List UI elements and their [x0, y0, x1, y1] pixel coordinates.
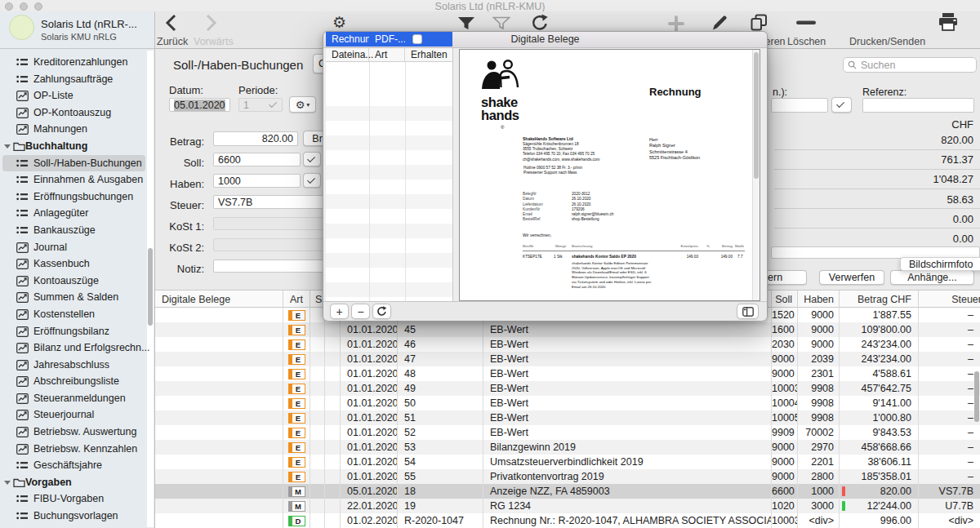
sidebar-item[interactable]: OP-Liste	[2, 87, 145, 104]
sidebar-item[interactable]: Eröffnungsbilanz	[2, 323, 145, 340]
sidebar-item[interactable]: Mahnungen	[2, 121, 145, 138]
cell-belege	[155, 410, 283, 425]
table-row[interactable]: E 01.01.2020 55 Privatkontenvortrag 2019…	[155, 469, 980, 484]
sidebar-item[interactable]: Buchungsvorlagen	[2, 508, 145, 525]
soll-field[interactable]: 6600	[213, 153, 301, 166]
verwerfen-button[interactable]: Verwerfen	[819, 270, 884, 285]
sidebar-item[interactable]: Anlagegüter	[2, 205, 145, 222]
table-row[interactable]: E 01.01.2020 50 EB-Wert 10004 9908 9'141…	[155, 396, 980, 410]
filter-on-icon[interactable]	[457, 16, 475, 30]
table-row[interactable]: E 01.01.2020 53 Bilanzgewinn 2019 9000 2…	[155, 440, 980, 455]
sidebar-item[interactable]: Kreditorenzahlungen	[2, 54, 145, 71]
attachment-row[interactable]: Rechnun... PDF-...	[326, 32, 452, 47]
col-betrag[interactable]: Betrag CHF	[840, 291, 919, 308]
sidebar-item[interactable]: Geschäftsjahre	[2, 457, 145, 474]
anhaenge-button[interactable]: Anhänge...	[890, 270, 974, 285]
delete-minus-icon[interactable]	[796, 20, 816, 25]
sidebar-item[interactable]: FIBU-Vorgaben	[2, 490, 145, 508]
attachment-list-scrollbar[interactable]	[452, 48, 459, 301]
col-digitale-belege[interactable]: Digitale Belege	[155, 291, 283, 308]
sidebar-item[interactable]: Summen & Salden	[2, 289, 145, 306]
sidebar-item[interactable]: Kassenbuch	[2, 255, 145, 273]
print-label[interactable]: Drucken/Senden	[849, 36, 925, 47]
pdf-preview[interactable]: shake hands ® Rechnung ShakeHands Softwa…	[459, 49, 760, 301]
col-art[interactable]: Art	[283, 291, 310, 308]
received-checkbox[interactable]	[412, 34, 422, 44]
edit-pencil-icon[interactable]	[710, 14, 728, 32]
table-row[interactable]: M 05.01.2020 18 Anzeige NZZ, FA 4859003 …	[155, 484, 980, 499]
sidebar-item[interactable]: Journal	[2, 239, 145, 256]
sidebar-item[interactable]: Vorgaben	[2, 474, 145, 491]
bildschirmfoto-menu-item[interactable]: Bildschirmfoto	[900, 257, 980, 271]
col-dateiname[interactable]: Dateina...	[326, 48, 369, 62]
sidebar-item[interactable]: Soll-/Haben-Buchungen	[2, 155, 145, 172]
back-icon[interactable]	[163, 14, 180, 32]
table-row[interactable]: E 01.01.2020 48 EB-Wert 9000 2301 4'588.…	[155, 366, 980, 381]
disclosure-triangle-icon[interactable]	[4, 144, 11, 149]
konto-dropdown-button[interactable]	[831, 97, 852, 113]
haben-field[interactable]: 1000	[213, 174, 301, 188]
toggle-sidebar-button[interactable]	[737, 304, 759, 319]
pdf-scrollbar-thumb[interactable]	[754, 52, 759, 179]
sidebar-item[interactable]: OP-Kontoauszug	[2, 104, 145, 122]
sidebar-item[interactable]: Jahresabschluss	[2, 357, 145, 374]
search-input[interactable]: Suchen	[843, 57, 977, 73]
sidebar-item[interactable]: Eröffnungsbuchungen	[2, 189, 145, 206]
sidebar-item[interactable]: Zahlungsaufträge	[2, 71, 145, 88]
sidebar-item[interactable]: Steuerjournal	[2, 406, 145, 424]
betrag-field[interactable]: 820.00	[213, 131, 298, 146]
settings-gear-icon[interactable]: ⚙	[332, 14, 346, 30]
table-row[interactable]: D 01.02.2020 R-2020-1047 Rechnung Nr.: R…	[155, 513, 980, 528]
sidebar-item[interactable]: Abschreibungsliste	[2, 373, 145, 390]
col-erhalten[interactable]: Erhalten	[405, 48, 452, 62]
table-row[interactable]: M 22.01.2020 19 RG 1234 1020 3000 12'244…	[155, 499, 980, 513]
table-scrollbar-thumb[interactable]	[974, 371, 979, 422]
table-row[interactable]: E 01.01.2020 49 EB-Wert 10003 9908 457'6…	[155, 381, 980, 396]
filter-off-icon[interactable]	[492, 16, 510, 30]
table-row[interactable]: E 01.01.2020 51 EB-Wert 10005 9908 1'000…	[155, 410, 980, 425]
gear-menu-button[interactable]: ⚙▾	[289, 96, 316, 113]
duplicate-icon[interactable]	[751, 14, 768, 31]
col-haben[interactable]: Haben	[798, 291, 840, 308]
refresh-icon[interactable]	[531, 14, 549, 32]
sidebar-item[interactable]: Kontoauszüge	[2, 273, 145, 290]
sidebar-item[interactable]: Betriebsw. Auswertung	[2, 424, 145, 441]
cell-text: RG 1234	[483, 499, 772, 513]
add-attachment-button[interactable]: +	[330, 304, 349, 319]
sidebar-item[interactable]: Bilanz und Erfolgsrechn...	[2, 339, 145, 357]
haben-dropdown-button[interactable]	[303, 173, 321, 188]
reload-attachment-button[interactable]	[372, 304, 391, 319]
sidebar-item[interactable]: Einnahmen & Ausgaben	[2, 171, 145, 189]
table-row[interactable]: E 01.01.2020 52 EB-Wert 9909 70002 9'843…	[155, 425, 980, 440]
forward-icon[interactable]	[203, 14, 219, 32]
back-label[interactable]: Zurück	[157, 36, 188, 47]
sidebar-item-label: Journal	[33, 242, 67, 253]
sidebar-item[interactable]: Bankauszüge	[2, 222, 145, 239]
konto-field[interactable]	[771, 98, 828, 113]
pdf-scrollbar-track[interactable]	[752, 50, 760, 301]
sidebar-item-label: Eröffnungsbilanz	[33, 326, 109, 337]
datum-field[interactable]: 05.01.2020	[169, 98, 230, 112]
table-row[interactable]: E 01.01.2020 54 Umsatzsteuerverbindlichk…	[155, 455, 980, 469]
col-steuer[interactable]: Steuer	[919, 291, 980, 308]
print-icon[interactable]	[938, 12, 959, 32]
sidebar-item[interactable]: Kostenstellen	[2, 306, 145, 323]
table-row[interactable]: E 01.01.2020 45 EB-Wert 1600 9000 109'80…	[155, 322, 980, 337]
col-soll[interactable]: Soll	[772, 291, 798, 308]
gear-icon: ⚙	[296, 100, 305, 110]
referenz-field[interactable]	[862, 98, 974, 113]
table-row[interactable]: E 01.01.2020 46 EB-Wert 2030 9000 243'23…	[155, 337, 980, 352]
attachment-name: Rechnun...	[326, 32, 369, 47]
disclosure-triangle-icon[interactable]	[4, 481, 11, 485]
table-row[interactable]: E 01.01.2020 47 EB-Wert 9000 2039 243'23…	[155, 352, 980, 366]
periode-select[interactable]: 1	[238, 98, 283, 112]
sidebar-item[interactable]: Betriebsw. Kennzahlen	[2, 441, 145, 458]
cell-nr: 46	[398, 337, 483, 352]
sidebar-item[interactable]: Buchhaltung	[2, 138, 145, 155]
sidebar-item[interactable]: Steueranmeldungen	[2, 390, 145, 407]
delete-label[interactable]: Löschen	[787, 36, 826, 47]
col-art[interactable]: Art	[369, 48, 405, 62]
soll-dropdown-button[interactable]	[303, 152, 321, 166]
remove-attachment-button[interactable]: −	[351, 304, 370, 319]
sidebar-scrollbar-thumb[interactable]	[148, 248, 153, 326]
